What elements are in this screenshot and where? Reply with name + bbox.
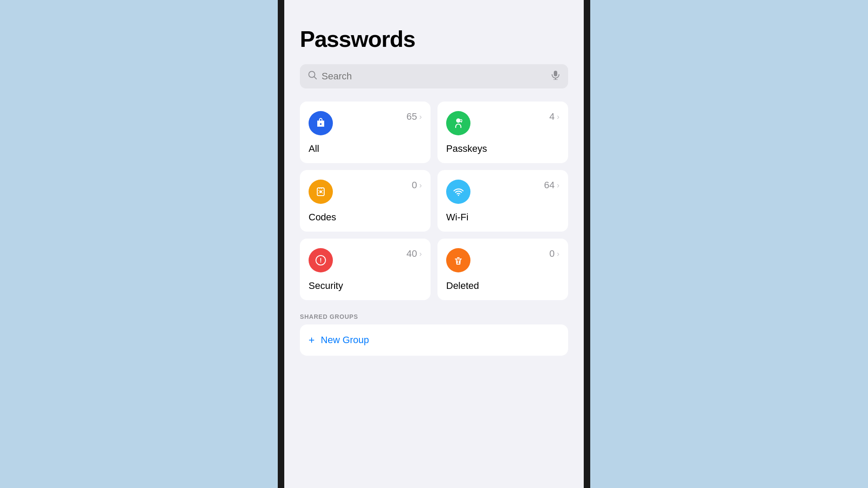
wifi-icon <box>446 180 470 204</box>
content: Passwords <box>284 0 584 488</box>
svg-rect-2 <box>554 71 557 76</box>
card-all[interactable]: 65 › All <box>300 102 431 163</box>
deleted-count: 0 › <box>549 248 559 259</box>
card-wifi[interactable]: 64 › Wi-Fi <box>437 170 568 232</box>
new-group-plus-icon: + <box>309 334 315 346</box>
passkeys-label: Passkeys <box>446 143 559 154</box>
svg-line-1 <box>314 77 317 79</box>
phone-frame: Passwords <box>278 0 590 488</box>
page-title: Passwords <box>300 26 568 52</box>
wifi-count: 64 › <box>544 180 559 191</box>
shared-groups-label: SHARED GROUPS <box>300 313 568 320</box>
security-label: Security <box>309 280 422 291</box>
codes-icon <box>309 180 333 204</box>
svg-point-8 <box>319 190 322 193</box>
all-label: All <box>309 143 422 154</box>
new-group-label: New Group <box>321 334 369 346</box>
svg-text:!: ! <box>320 257 322 264</box>
search-icon <box>308 70 317 82</box>
codes-label: Codes <box>309 212 422 223</box>
new-group-card[interactable]: + New Group <box>300 324 568 356</box>
deleted-icon <box>446 248 470 272</box>
passkeys-icon <box>446 111 470 135</box>
card-security[interactable]: ! 40 › Security <box>300 239 431 300</box>
security-count: 40 › <box>407 248 422 259</box>
phone-screen: Passwords <box>284 0 584 488</box>
passkeys-count: 4 › <box>549 111 559 122</box>
card-codes[interactable]: 0 › Codes <box>300 170 431 232</box>
all-count: 65 › <box>407 111 422 122</box>
category-grid: 65 › All <box>300 102 568 300</box>
deleted-label: Deleted <box>446 280 559 291</box>
search-bar[interactable] <box>300 64 568 88</box>
svg-point-9 <box>458 195 459 196</box>
microphone-icon[interactable] <box>551 70 560 82</box>
all-icon <box>309 111 333 135</box>
security-icon: ! <box>309 248 333 272</box>
wifi-label: Wi-Fi <box>446 212 559 223</box>
search-input[interactable] <box>322 71 546 82</box>
card-passkeys[interactable]: 4 › Passkeys <box>437 102 568 163</box>
codes-count: 0 › <box>412 180 422 191</box>
card-deleted[interactable]: 0 › Deleted <box>437 239 568 300</box>
